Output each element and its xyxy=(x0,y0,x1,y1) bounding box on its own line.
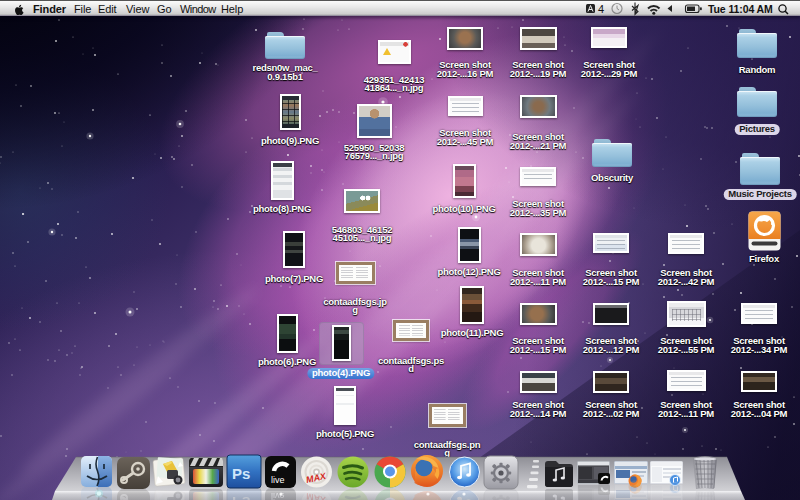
svg-text:4: 4 xyxy=(598,3,604,15)
